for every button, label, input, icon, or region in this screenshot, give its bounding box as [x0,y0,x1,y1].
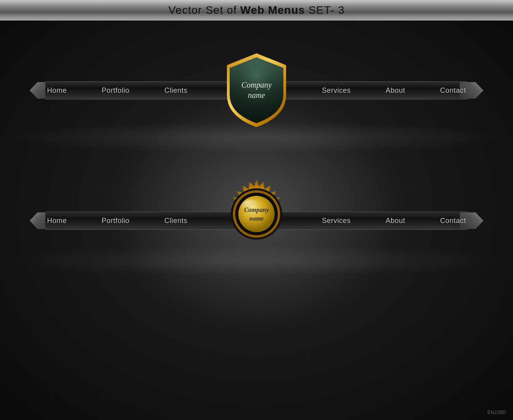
watermark: ENJ1RD [487,410,506,415]
svg-text:Company: Company [242,81,272,90]
nav1-home[interactable]: Home [44,86,70,95]
shield-svg: Company name [225,51,288,128]
nav2-contact[interactable]: Contact [437,217,469,225]
nav2-services[interactable]: Services [319,217,354,225]
title-bold: Web Menus [240,4,309,16]
nav1-about[interactable]: About [382,86,408,95]
seal-svg: Company name [221,178,292,249]
svg-text:name: name [248,91,265,99]
nav2-home[interactable]: Home [44,217,70,225]
seal-logo-container: Company name [221,178,292,251]
nav2-clients[interactable]: Clients [161,217,191,225]
nav1-contact[interactable]: Contact [437,86,469,95]
svg-text:name: name [249,215,264,222]
nav1-services[interactable]: Services [319,86,354,95]
svg-text:Company: Company [244,206,269,214]
title-bar: Vector Set of Web Menus SET- 3 [0,0,513,21]
shield-logo-container: Company name [225,51,288,130]
nav1-clients[interactable]: Clients [161,86,191,95]
title-prefix: Vector Set of [169,4,240,16]
nav2-about[interactable]: About [382,217,408,225]
nav1-portfolio[interactable]: Portfolio [99,86,133,95]
nav2-portfolio[interactable]: Portfolio [99,217,133,225]
page-title: Vector Set of Web Menus SET- 3 [169,4,345,17]
title-suffix: SET- 3 [309,4,345,16]
